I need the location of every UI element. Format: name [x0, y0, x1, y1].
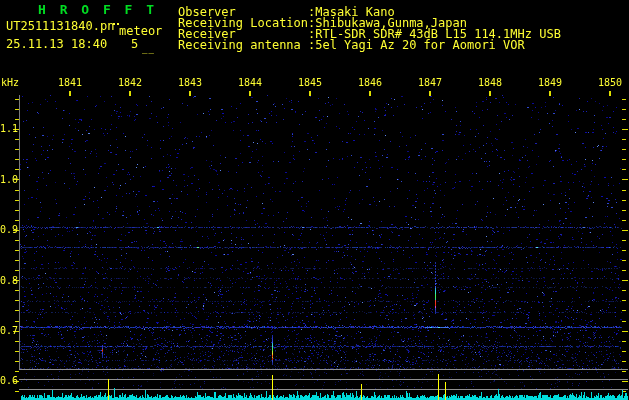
spectrogram-canvas	[0, 0, 629, 400]
time-axis-label: 1848	[473, 78, 507, 88]
time-axis-label: 1849	[533, 78, 567, 88]
time-axis-label: 1846	[353, 78, 387, 88]
time-axis-label: 1842	[113, 78, 147, 88]
app-title: H R O F F T	[38, 4, 157, 15]
filename-clipped-char-marks	[113, 23, 115, 25]
time-axis-label: 1844	[233, 78, 267, 88]
info-value: :5el Yagi Az 20 for Aomori VOR	[308, 40, 525, 51]
freq-axis-label: 1.1	[0, 124, 17, 134]
observation-name: meteor	[119, 26, 162, 37]
freq-axis-label: 0.8	[0, 276, 17, 286]
freq-axis-label: 1.0	[0, 175, 17, 185]
hrofft-window: H R O F F T UT2511131840.pn meteor 25.11…	[0, 0, 629, 400]
time-axis-label: 1850	[593, 78, 627, 88]
freq-axis-label: 0.9	[0, 225, 17, 235]
time-axis-label: 1845	[293, 78, 327, 88]
time-axis-label: 1843	[173, 78, 207, 88]
freq-axis-label: 0.6	[0, 376, 17, 386]
output-filename: UT2511131840.pn	[6, 21, 114, 32]
time-axis-label: 1847	[413, 78, 447, 88]
observation-datetime: 25.11.13 18:40	[6, 39, 107, 50]
echo-count: 5	[131, 39, 138, 50]
freq-axis-unit-label: kHz	[1, 77, 19, 88]
info-label: Receiving antenna	[178, 40, 301, 51]
echo-count-suffix: __	[142, 44, 155, 55]
freq-axis-label: 0.7	[0, 326, 17, 336]
time-axis-label: 1841	[53, 78, 87, 88]
